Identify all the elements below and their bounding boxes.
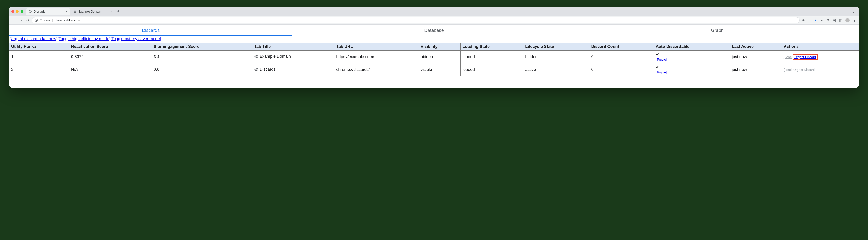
tab-title: Example Domain <box>79 10 108 13</box>
cell-title-text: Discards <box>259 67 276 72</box>
page-tab-database[interactable]: Database <box>292 25 576 35</box>
col-loading-state[interactable]: Loading State <box>461 43 523 51</box>
table-header-row: Utility Rank▲ Reactivation Score Site En… <box>9 43 859 51</box>
cell-last-active: just now <box>730 63 782 76</box>
new-tab-button[interactable]: + <box>117 9 120 14</box>
urgent-discard-now-link[interactable]: [Urgent discard a tab now] <box>9 36 57 41</box>
toolbar: ← → ⟳ Chrome | chrome://discards ⊕ ⇧ ★ ✦… <box>9 16 859 25</box>
back-button[interactable]: ← <box>12 18 16 22</box>
globe-icon <box>254 67 258 71</box>
sort-asc-icon: ▲ <box>34 45 37 49</box>
browser-window: Discards × Example Domain × + ⌄ ← → ⟳ Ch… <box>9 7 859 88</box>
toggle-high-efficiency-link[interactable]: [Toggle high efficiency mode] <box>57 36 110 41</box>
cell-loading: loaded <box>461 51 523 63</box>
separator: | <box>52 19 53 22</box>
table-row: 2N/A0.0Discardschrome://discards/visible… <box>9 63 859 76</box>
toggle-battery-saver-link[interactable]: [Toggle battery saver mode] <box>110 36 161 41</box>
col-lifecycle-state[interactable]: Lifecycle State <box>523 43 589 51</box>
action-urgent-discard[interactable]: [Urgent Discard] <box>794 55 817 59</box>
cell-engagement: 0.0 <box>152 63 252 76</box>
cell-title: Example Domain <box>252 51 334 63</box>
cell-title-text: Example Domain <box>259 54 291 59</box>
bookmark-star-icon[interactable]: ★ <box>814 18 817 22</box>
cell-auto-discardable: ✔[Toggle] <box>654 51 730 63</box>
zoom-icon[interactable]: ⊕ <box>802 18 805 22</box>
col-tab-title[interactable]: Tab Title <box>252 43 334 51</box>
sidepanel-icon[interactable]: ◫ <box>839 18 842 22</box>
page-content: Discards Database Graph [Urgent discard … <box>9 25 859 88</box>
close-icon[interactable]: × <box>110 9 112 13</box>
extensions-icon[interactable]: ✦ <box>820 18 823 22</box>
cell-reactivation: N/A <box>69 63 152 76</box>
cast-icon[interactable]: ▣ <box>833 18 836 22</box>
reload-button[interactable]: ⟳ <box>26 18 29 22</box>
col-last-active[interactable]: Last Active <box>730 43 782 51</box>
page-tab-graph[interactable]: Graph <box>576 25 859 35</box>
cell-discard-count: 0 <box>589 63 654 76</box>
browser-tab-discards[interactable]: Discards × <box>26 8 70 15</box>
cell-actions: [Load][Urgent Discard] <box>782 63 859 76</box>
scheme-label: Chrome <box>40 19 50 22</box>
window-close-button[interactable] <box>11 10 14 13</box>
globe-icon <box>73 10 76 13</box>
cell-engagement: 6.4 <box>152 51 252 63</box>
action-urgent-discard: [Urgent Discard] <box>793 68 815 72</box>
col-tab-url[interactable]: Tab URL <box>334 43 419 51</box>
cell-last-active: just now <box>730 51 782 63</box>
page-tab-discards[interactable]: Discards <box>9 25 292 35</box>
window-minimize-button[interactable] <box>16 10 19 13</box>
toolbar-actions: ⊕ ⇧ ★ ✦ ⚗ ▣ ◫ ⋮ <box>802 18 856 22</box>
chrome-icon <box>35 19 38 22</box>
highlight-annotation: [Urgent Discard] <box>793 54 818 60</box>
cell-actions: [Load][Urgent Discard] <box>782 51 859 63</box>
check-icon: ✔ <box>656 52 728 57</box>
cell-reactivation: 0.8372 <box>69 51 152 63</box>
menu-icon[interactable]: ⋮ <box>853 18 856 22</box>
cell-rank: 2 <box>9 63 69 76</box>
cell-url: https://example.com/ <box>334 51 419 63</box>
cell-url: chrome://discards/ <box>334 63 419 76</box>
action-load: [Load] <box>784 68 793 72</box>
check-icon: ✔ <box>656 65 728 70</box>
tab-title: Discards <box>34 10 64 13</box>
cell-lifecycle: hidden <box>523 51 589 63</box>
nav-buttons: ← → ⟳ <box>12 18 29 22</box>
col-site-engagement[interactable]: Site Engagement Score <box>152 43 252 51</box>
table-row: 10.83726.4Example Domainhttps://example.… <box>9 51 859 63</box>
window-zoom-button[interactable] <box>21 10 23 13</box>
col-auto-discardable[interactable]: Auto Discardable <box>654 43 730 51</box>
url-text: chrome://discards <box>55 19 80 22</box>
cell-rank: 1 <box>9 51 69 63</box>
top-action-links: [Urgent discard a tab now][Toggle high e… <box>9 36 859 43</box>
cell-title: Discards <box>252 63 334 76</box>
auto-discardable-toggle[interactable]: [Toggle] <box>656 70 667 74</box>
action-load: [Load] <box>784 55 793 59</box>
cell-loading: loaded <box>461 63 523 76</box>
col-actions[interactable]: Actions <box>782 43 859 51</box>
traffic-lights <box>11 10 23 13</box>
chevron-down-icon[interactable]: ⌄ <box>852 9 855 14</box>
share-icon[interactable]: ⇧ <box>808 18 811 22</box>
discards-table: Utility Rank▲ Reactivation Score Site En… <box>9 43 859 76</box>
cell-visibility: hidden <box>419 51 460 63</box>
svg-point-1 <box>36 20 37 21</box>
labs-icon[interactable]: ⚗ <box>827 18 830 22</box>
col-discard-count[interactable]: Discard Count <box>589 43 654 51</box>
col-utility-rank[interactable]: Utility Rank▲ <box>9 43 69 51</box>
cell-discard-count: 0 <box>589 51 654 63</box>
tab-strip: Discards × Example Domain × + ⌄ <box>9 7 859 16</box>
forward-button[interactable]: → <box>19 18 23 22</box>
close-icon[interactable]: × <box>66 9 67 13</box>
globe-icon <box>254 55 258 59</box>
cell-visibility: visible <box>419 63 460 76</box>
page-tabs: Discards Database Graph <box>9 25 859 36</box>
globe-icon <box>29 10 32 13</box>
browser-tab-example[interactable]: Example Domain × <box>71 8 115 15</box>
profile-avatar[interactable] <box>845 18 849 22</box>
cell-lifecycle: active <box>523 63 589 76</box>
auto-discardable-toggle[interactable]: [Toggle] <box>656 58 667 61</box>
cell-auto-discardable: ✔[Toggle] <box>654 63 730 76</box>
col-visibility[interactable]: Visibility <box>419 43 460 51</box>
omnibox[interactable]: Chrome | chrome://discards <box>32 17 800 24</box>
col-reactivation-score[interactable]: Reactivation Score <box>69 43 152 51</box>
